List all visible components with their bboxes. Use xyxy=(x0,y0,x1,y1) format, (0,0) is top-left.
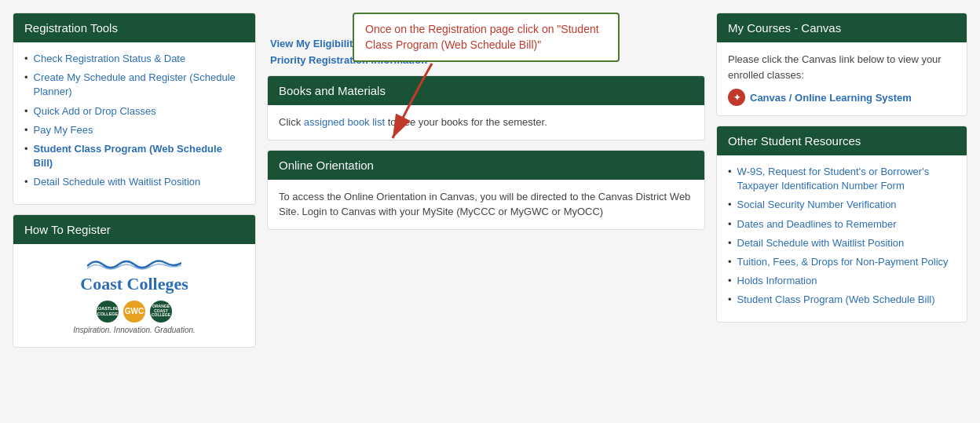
my-courses-header: My Courses - Canvas xyxy=(717,13,967,42)
list-item: Tuition, Fees, & Drops for Non-Payment P… xyxy=(728,255,956,269)
other-resources-list: W-9S, Request for Student's or Borrower'… xyxy=(728,165,956,308)
resource-link-4[interactable]: Detail Schedule with Waitlist Position xyxy=(737,236,905,250)
list-item: Detail Schedule with Waitlist Position xyxy=(728,236,956,250)
my-courses-body: Please click the Canvas link below to vi… xyxy=(717,42,967,115)
view-eligibility-link[interactable]: View My Eligibility xyxy=(270,38,358,49)
coast-colleges-wave-icon xyxy=(87,257,181,271)
list-item: Holds Information xyxy=(728,274,956,288)
list-item: Quick Add or Drop Classes xyxy=(24,104,244,119)
tagline-text: Inspiration. Innovation. Graduation. xyxy=(73,326,196,334)
logo-area: Coast Colleges COASTLINECOLLEGE GWC ORAN… xyxy=(13,244,255,347)
reg-link-5[interactable]: Student Class Program (Web Schedule Bill… xyxy=(34,142,244,170)
online-orientation-header: Online Orientation xyxy=(268,151,704,180)
courses-text: Please click the Canvas link below to vi… xyxy=(728,52,956,82)
other-resources-header: Other Student Resources xyxy=(717,126,967,155)
registration-tools-body: Check Registration Status & Date Create … xyxy=(13,42,255,204)
resource-link-6[interactable]: Holds Information xyxy=(737,274,817,288)
list-item: Pay My Fees xyxy=(24,123,244,137)
reg-link-4[interactable]: Pay My Fees xyxy=(34,123,93,137)
list-item: Student Class Program (Web Schedule Bill… xyxy=(728,293,956,307)
registration-links-list: Check Registration Status & Date Create … xyxy=(24,52,244,190)
list-item: Create My Schedule and Register (Schedul… xyxy=(24,71,244,99)
books-text: Click assigned book list to see your boo… xyxy=(279,115,693,130)
tooltip-box: Once on the Registration page click on "… xyxy=(353,13,620,62)
list-item: Check Registration Status & Date xyxy=(24,52,244,66)
canvas-link[interactable]: Canvas / Online Learning System xyxy=(750,92,912,104)
my-courses-card: My Courses - Canvas Please click the Can… xyxy=(716,13,967,116)
resource-link-1[interactable]: W-9S, Request for Student's or Borrower'… xyxy=(737,165,956,193)
online-orientation-card: Online Orientation To access the Online … xyxy=(267,150,705,230)
left-column: Registration Tools Check Registration St… xyxy=(13,13,256,410)
books-materials-card: Books and Materials Click assigned book … xyxy=(267,75,705,140)
occ-badge-icon: ORANGECOASTCOLLEGE xyxy=(150,301,172,323)
college-badges-row: COASTLINECOLLEGE GWC ORANGECOASTCOLLEGE xyxy=(97,301,172,323)
how-to-register-card: How To Register Coast Colleges COASTLINE… xyxy=(13,214,256,348)
other-resources-body: W-9S, Request for Student's or Borrower'… xyxy=(717,155,967,322)
online-orientation-body: To access the Online Orientation in Canv… xyxy=(268,180,704,229)
list-item: W-9S, Request for Student's or Borrower'… xyxy=(728,165,956,193)
books-materials-body: Click assigned book list to see your boo… xyxy=(268,105,704,140)
list-item: Student Class Program (Web Schedule Bill… xyxy=(24,142,244,170)
reg-link-3[interactable]: Quick Add or Drop Classes xyxy=(34,104,156,119)
list-item: Dates and Deadlines to Remember xyxy=(728,217,956,232)
registration-tools-card: Registration Tools Check Registration St… xyxy=(13,13,256,205)
reg-link-2[interactable]: Create My Schedule and Register (Schedul… xyxy=(34,71,244,99)
assigned-book-list-link[interactable]: assigned book list xyxy=(304,116,385,128)
list-item: Detail Schedule with Waitlist Position xyxy=(24,175,244,189)
resource-link-2[interactable]: Social Security Number Verification xyxy=(737,198,897,212)
resource-link-3[interactable]: Dates and Deadlines to Remember xyxy=(737,217,897,232)
how-to-register-header: How To Register xyxy=(13,215,255,244)
resource-link-5[interactable]: Tuition, Fees, & Drops for Non-Payment P… xyxy=(737,255,949,269)
resource-link-7[interactable]: Student Class Program (Web Schedule Bill… xyxy=(737,293,935,307)
coastline-badge-icon: COASTLINECOLLEGE xyxy=(97,301,119,323)
orientation-text: To access the Online Orientation in Canv… xyxy=(279,189,693,220)
reg-link-1[interactable]: Check Registration Status & Date xyxy=(34,52,186,66)
list-item: Social Security Number Verification xyxy=(728,198,956,212)
reg-link-6[interactable]: Detail Schedule with Waitlist Position xyxy=(34,175,201,189)
other-resources-card: Other Student Resources W-9S, Request fo… xyxy=(716,126,967,323)
gwc-badge-icon: GWC xyxy=(123,301,145,323)
canvas-icon: ✦ xyxy=(728,89,745,106)
books-materials-header: Books and Materials xyxy=(268,76,704,105)
middle-column: Once on the Registration page click on "… xyxy=(256,13,716,410)
canvas-link-row: ✦ Canvas / Online Learning System xyxy=(728,89,956,106)
right-column: My Courses - Canvas Please click the Can… xyxy=(716,13,967,410)
registration-tools-header: Registration Tools xyxy=(13,13,255,42)
coast-colleges-logo-text: Coast Colleges xyxy=(80,274,188,294)
